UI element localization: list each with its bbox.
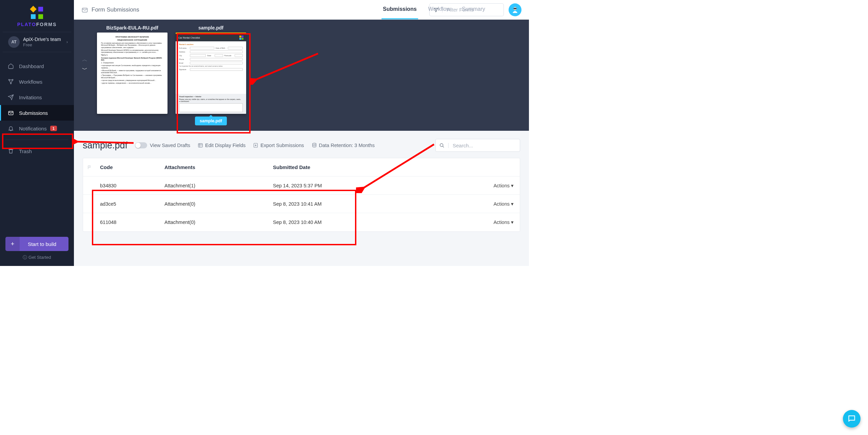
table-row[interactable]: b34830 Attachment(1) Sep 14, 2023 5:37 P… xyxy=(83,177,520,195)
sidebar-nav: Dashboard Workflows Invitations Submissi… xyxy=(0,52,74,231)
submissions-toolbar: sample.pdf View Saved Drafts Edit Displa… xyxy=(83,139,520,152)
main-content: Form Submissions Submissions Workflow Su… xyxy=(74,0,529,266)
svg-point-14 xyxy=(440,143,443,146)
col-code: Code xyxy=(100,164,164,170)
team-name: ApiX-Drive's team xyxy=(23,37,61,43)
plus-icon: + xyxy=(5,237,20,251)
view-saved-drafts-toggle[interactable]: View Saved Drafts xyxy=(135,142,190,148)
tab-submissions[interactable]: Submissions xyxy=(381,0,418,19)
brand-logo[interactable]: PLATOFORMS xyxy=(0,0,74,32)
chevron-right-icon: › xyxy=(66,40,68,44)
flag-icon xyxy=(87,165,100,170)
sidebar-item-workflows[interactable]: Workflows xyxy=(0,74,74,89)
form-thumbnail: ПРОГРАММА MICROSOFT BIZSPARK ЛИЦЕНЗИОННО… xyxy=(97,33,167,114)
sidebar-item-submissions[interactable]: Submissions xyxy=(0,105,74,121)
svg-point-13 xyxy=(312,143,316,144)
start-to-build-button[interactable]: + Start to build xyxy=(5,237,68,251)
form-card-bizspark[interactable]: BizSpark-EULA-RU.pdf ПРОГРАММА MICROSOFT… xyxy=(97,25,167,114)
nav-label: Dashboard xyxy=(19,63,44,69)
row-actions-dropdown[interactable]: Actions ▾ xyxy=(484,183,516,188)
brand-name: PLATOFORMS xyxy=(0,22,74,27)
trash-icon xyxy=(7,148,14,154)
submissions-search[interactable] xyxy=(435,139,520,152)
export-submissions-button[interactable]: Export Submissions xyxy=(253,143,304,148)
chevron-down-icon[interactable]: ﹀ xyxy=(82,66,87,73)
team-switcher[interactable]: AT ApiX-Drive's team Free › xyxy=(3,32,71,52)
submissions-panel: sample.pdf View Saved Drafts Edit Displa… xyxy=(74,131,529,266)
svg-line-15 xyxy=(76,142,134,143)
nav-separator xyxy=(5,140,68,140)
inbox-icon xyxy=(81,6,88,13)
form-card-title: BizSpark-EULA-RU.pdf xyxy=(97,25,167,30)
cell-code: b34830 xyxy=(100,183,164,188)
cell-date: Sep 8, 2023 10:41 AM xyxy=(273,201,415,207)
topbar: Form Submissions Submissions Workflow Su… xyxy=(74,0,529,20)
brand-icon xyxy=(31,7,43,19)
table-header: Code Attachments Submitted Date xyxy=(83,158,520,177)
form-card-title: sample.pdf xyxy=(176,25,246,30)
svg-point-0 xyxy=(8,79,9,80)
nav-label: Notifications xyxy=(19,126,47,131)
cell-attachment: Attachment(0) xyxy=(164,201,273,207)
row-actions-dropdown[interactable]: Actions ▾ xyxy=(484,201,516,207)
svg-rect-11 xyxy=(198,144,202,147)
table-row[interactable]: ad3ce5 Attachment(0) Sep 8, 2023 10:41 A… xyxy=(83,195,520,213)
svg-point-2 xyxy=(11,83,12,84)
paper-plane-icon xyxy=(7,94,14,101)
selected-form-tooltip: sample.pdf xyxy=(195,117,227,125)
nav-label: Trash xyxy=(19,148,32,154)
start-build-label: Start to build xyxy=(20,241,68,247)
search-input[interactable] xyxy=(449,143,520,148)
inbox-icon xyxy=(7,109,14,116)
form-thumbnail: Car Rental Checklist Renter's section Fu… xyxy=(176,33,246,114)
sidebar-item-dashboard[interactable]: Dashboard xyxy=(0,58,74,74)
svg-line-17 xyxy=(363,144,434,188)
annotation-arrow-to-nav xyxy=(73,134,137,148)
cell-date: Sep 8, 2023 10:40 AM xyxy=(273,220,415,225)
sidebar-item-invitations[interactable]: Invitations xyxy=(0,89,74,105)
tab-workflow[interactable]: Workflow xyxy=(427,0,452,19)
caret-down-icon: ▾ xyxy=(511,220,514,225)
caret-down-icon: ▾ xyxy=(511,183,514,188)
info-icon: ⓘ xyxy=(23,255,27,260)
search-icon xyxy=(436,143,449,148)
submissions-table: Code Attachments Submitted Date b34830 A… xyxy=(83,158,520,232)
edit-display-fields-button[interactable]: Edit Display Fields xyxy=(198,143,245,148)
col-attachments: Attachments xyxy=(164,164,273,170)
cell-code: ad3ce5 xyxy=(100,201,164,207)
caret-down-icon: ▾ xyxy=(511,201,514,207)
sidebar-footer: + Start to build ⓘ Get Started xyxy=(0,231,74,266)
chevron-up-icon[interactable]: ︿ xyxy=(82,56,87,63)
annotation-arrow-to-sample xyxy=(250,51,321,85)
notifications-badge: 1 xyxy=(50,126,57,131)
cell-attachment: Attachment(1) xyxy=(164,183,273,188)
nav-label: Invitations xyxy=(19,95,42,100)
sidebar: PLATOFORMS AT ApiX-Drive's team Free › D… xyxy=(0,0,74,266)
get-started-link[interactable]: ⓘ Get Started xyxy=(5,254,68,261)
row-actions-dropdown[interactable]: Actions ▾ xyxy=(484,220,516,225)
form-scroll-arrows: ︿ ﹀ xyxy=(82,56,87,73)
sidebar-item-notifications[interactable]: Notifications 1 xyxy=(0,121,74,136)
svg-point-1 xyxy=(12,79,13,80)
cell-code: 611048 xyxy=(100,220,164,225)
export-icon xyxy=(253,143,258,148)
sidebar-item-trash[interactable]: Trash xyxy=(0,143,74,159)
nav-label: Workflows xyxy=(19,79,42,85)
database-icon xyxy=(312,143,317,148)
svg-line-16 xyxy=(255,54,318,80)
user-avatar[interactable] xyxy=(509,3,521,16)
team-avatar: AT xyxy=(8,36,20,48)
bell-icon xyxy=(7,125,14,132)
edit-icon xyxy=(198,143,203,148)
form-card-sample[interactable]: sample.pdf Car Rental Checklist Renter's… xyxy=(176,25,246,125)
nav-label: Submissions xyxy=(19,110,48,116)
workflow-icon xyxy=(7,78,14,85)
avatar-icon xyxy=(510,5,520,15)
topbar-tabs: Submissions Workflow Summary xyxy=(381,0,487,19)
table-row[interactable]: 611048 Attachment(0) Sep 8, 2023 10:40 A… xyxy=(83,213,520,231)
team-plan: Free xyxy=(23,42,61,47)
tab-summary[interactable]: Summary xyxy=(460,0,486,19)
cell-attachment: Attachment(0) xyxy=(164,220,273,225)
home-icon xyxy=(7,63,14,69)
page-title: Form Submissions xyxy=(81,6,139,13)
